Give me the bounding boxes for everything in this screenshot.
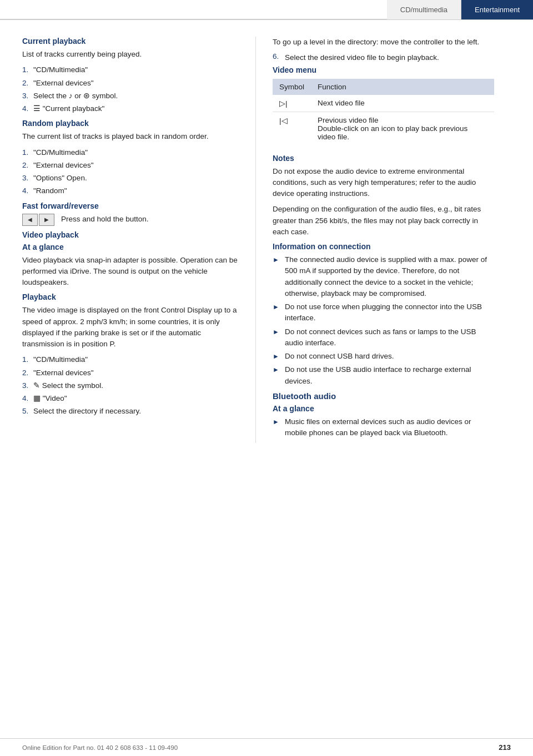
section-playback: Playback The video image is displayed on… [22,293,239,417]
bullet-arrow-icon: ► [273,326,280,349]
step-num: 4. [22,103,33,114]
step-item: 3. Select the ♪ or ⊛ symbol. [22,90,239,102]
section-fast-forward: Fast forward/reverse ◀ ▶ Press and hold … [22,201,239,226]
step-num: 4. [22,185,33,196]
step-text: ✎ Select the symbol. [33,380,103,391]
tab-cd-multimedia[interactable]: CD/multimedia [387,0,461,19]
bluetooth-title: Bluetooth audio [273,391,494,401]
page-footer: Online Edition for Part no. 01 40 2 608 … [0,738,533,756]
step-item: 2. "External devices" [22,367,239,379]
step-text: "External devices" [33,367,94,379]
fastforward-button[interactable]: ▶ [39,214,54,226]
playback-title: Playback [22,293,239,301]
step-item: 1. "CD/Multimedia" [22,147,239,158]
step-item: 3. "Options" Open. [22,173,239,184]
function-cell: Previous video file Double-click on an i… [311,112,494,145]
section-random-playback: Random playback The current list of trac… [22,119,239,196]
table-row: ▷| Next video file [273,95,494,112]
step-item: 1. "CD/Multimedia" [22,354,239,365]
step-num: 1. [22,147,33,158]
current-playback-body: List of tracks currently being played. [22,49,239,60]
step-num: 4. [22,393,33,404]
function-cell: Next video file [311,95,494,112]
bluetooth-at-glance-title: At a glance [273,404,494,413]
ff-row: ◀ ▶ Press and hold the button. [22,214,239,226]
top-continuation: To go up a level in the directory: move … [273,37,494,64]
step-6-num: 6. [273,52,285,63]
bullet-text: Do not use force when plugging the conne… [285,301,494,324]
section-video-menu: Video menu Symbol Function ▷| Next video… [273,65,494,145]
step-text: "External devices" [33,160,94,171]
bullet-arrow-icon: ► [273,416,280,439]
bullet-arrow-icon: ► [273,301,280,324]
step-item: 4. "Random" [22,185,239,196]
step-item: 3. ✎ Select the symbol. [22,380,239,391]
bullet-text: The connected audio device is supplied w… [285,254,494,299]
top-text-1: To go up a level in the directory: move … [273,37,494,48]
information-title: Information on connection [273,242,494,251]
step-text: Select the ♪ or ⊛ symbol. [33,90,118,102]
section-video-playback: Video playback [22,230,239,239]
list-item: ► Music files on external devices such a… [273,416,494,439]
current-playback-title: Current playback [22,37,239,46]
playback-steps: 1. "CD/Multimedia" 2. "External devices"… [22,354,239,417]
step-item: 2. "External devices" [22,160,239,171]
section-at-a-glance: At a glance Video playback via snap-in a… [22,243,239,289]
list-item: ► Do not connect devices such as fans or… [273,326,494,349]
step-text: Select the directory if necessary. [33,406,141,417]
step-num: 1. [22,354,33,365]
playback-body: The video image is displayed on the fron… [22,305,239,350]
step-item: 4. ☰ "Current playback" [22,103,239,114]
rewind-button[interactable]: ◀ [22,214,38,226]
ff-description: Press and hold the button. [61,214,149,225]
section-current-playback: Current playback List of tracks currentl… [22,37,239,114]
symbol-cell: |◁ [273,112,311,145]
fast-forward-title: Fast forward/reverse [22,201,239,210]
bullet-arrow-icon: ► [273,254,280,299]
footer-online-text: Online Edition for Part no. 01 40 2 608 … [22,744,178,751]
tab-entertainment[interactable]: Entertainment [461,0,533,19]
step-text: "Random" [33,185,67,196]
step-item: 2. "External devices" [22,78,239,89]
list-item: ► The connected audio device is supplied… [273,254,494,299]
step-num: 2. [22,367,33,379]
page-header: CD/multimedia Entertainment [0,0,533,20]
bullet-text: Do not connect devices such as fans or l… [285,326,494,349]
page-number: 213 [499,743,511,752]
step-item: 1. "CD/Multimedia" [22,64,239,75]
bullet-text: Music files on external devices such as … [285,416,494,439]
information-bullets: ► The connected audio device is supplied… [273,254,494,387]
at-a-glance-body: Video playback via snap-in adapter is po… [22,255,239,289]
symbol-cell: ▷| [273,95,311,112]
bullet-text: Do not connect USB hard drives. [285,351,394,362]
notes-para-2: Depending on the configuration of the au… [273,204,494,238]
step-num: 3. [22,380,33,391]
section-bluetooth: Bluetooth audio At a glance ► Music file… [273,391,494,439]
step-item: 4. ▦ "Video" [22,393,239,404]
bullet-arrow-icon: ► [273,351,280,362]
ff-buttons: ◀ ▶ [22,214,54,226]
bluetooth-bullets: ► Music files on external devices such a… [273,416,494,439]
step-num: 3. [22,90,33,102]
at-a-glance-title: At a glance [22,243,239,251]
step-6: 6. Select the desired video file to begi… [273,52,494,63]
step-num: 2. [22,78,33,89]
main-content: Current playback List of tracks currentl… [0,20,533,443]
table-row: |◁ Previous video file Double-click on a… [273,112,494,145]
list-item: ► Do not use the USB audio interface to … [273,364,494,387]
step-text: "External devices" [33,78,94,89]
left-column: Current playback List of tracks currentl… [0,37,255,443]
section-notes: Notes Do not expose the audio device to … [273,154,494,238]
right-column: To go up a level in the directory: move … [255,37,511,443]
notes-title: Notes [273,154,494,163]
random-playback-steps: 1. "CD/Multimedia" 2. "External devices"… [22,147,239,197]
step-text: ▦ "Video" [33,393,67,404]
list-item: ► Do not use force when plugging the con… [273,301,494,324]
col-function: Function [311,79,494,95]
step-text: "CD/Multimedia" [33,354,88,365]
col-symbol: Symbol [273,79,311,95]
notes-para-1: Do not expose the audio device to extrem… [273,166,494,200]
random-playback-title: Random playback [22,119,239,128]
bullet-text: Do not use the USB audio interface to re… [285,364,494,387]
step-num: 3. [22,173,33,184]
